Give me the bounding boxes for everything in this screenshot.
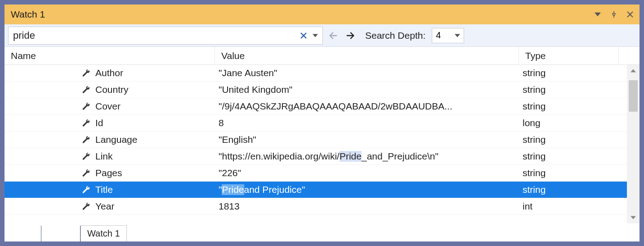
table-row[interactable]: Author"Jane Austen"string bbox=[4, 65, 640, 82]
wrench-icon bbox=[81, 135, 91, 145]
table-row[interactable]: Cover"/9j/4AAQSkZJRgABAQAAAQABAAD/2wBDAA… bbox=[4, 98, 640, 115]
tab-locals[interactable]: Locals bbox=[41, 226, 80, 241]
row-type: string bbox=[519, 168, 619, 178]
window-title: Watch 1 bbox=[11, 9, 593, 20]
table-row[interactable]: Pages"226"string bbox=[4, 165, 640, 182]
search-highlight: Pride bbox=[222, 184, 244, 195]
window-titlebar: Watch 1 bbox=[4, 5, 640, 24]
column-header-value[interactable]: Value bbox=[215, 47, 519, 64]
search-toolbar: Search Depth: 4 bbox=[4, 24, 640, 47]
table-row[interactable]: Id8long bbox=[4, 115, 640, 132]
wrench-icon bbox=[81, 168, 91, 178]
row-name: Year bbox=[95, 201, 114, 212]
row-name: Link bbox=[95, 151, 113, 162]
row-value: 8 bbox=[215, 118, 519, 128]
row-value: "Jane Austen" bbox=[215, 68, 519, 78]
row-value: "United Kingdom" bbox=[215, 84, 519, 95]
wrench-icon bbox=[81, 151, 91, 161]
search-depth-value: 4 bbox=[436, 30, 441, 41]
row-name: Id bbox=[95, 118, 103, 128]
scrollbar-track[interactable] bbox=[627, 77, 640, 212]
table-row[interactable]: Country"United Kingdom"string bbox=[4, 82, 640, 98]
bottom-tabs: AutosLocalsWatch 1 bbox=[4, 223, 640, 241]
row-type: long bbox=[519, 118, 619, 128]
row-type: string bbox=[519, 151, 619, 162]
row-type: string bbox=[519, 84, 619, 95]
table-row[interactable]: Link"https://en.wikipedia.org/wiki/Pride… bbox=[4, 148, 640, 165]
wrench-icon bbox=[81, 118, 91, 128]
row-type: string bbox=[519, 68, 619, 78]
search-next-button[interactable] bbox=[344, 29, 357, 42]
pin-icon[interactable] bbox=[609, 9, 619, 19]
wrench-icon bbox=[81, 101, 91, 111]
row-name: Title bbox=[95, 184, 113, 195]
row-type: string bbox=[519, 134, 619, 145]
grid-body: Author"Jane Austen"stringCountry"United … bbox=[4, 65, 640, 223]
search-depth-label: Search Depth: bbox=[365, 30, 425, 41]
search-options-dropdown[interactable] bbox=[311, 31, 320, 40]
row-name: Cover bbox=[95, 101, 121, 112]
row-value: 1813 bbox=[215, 201, 519, 212]
vertical-scrollbar[interactable] bbox=[627, 65, 640, 223]
search-prev-button[interactable] bbox=[326, 29, 340, 42]
row-type: string bbox=[519, 101, 619, 112]
scroll-down-icon[interactable] bbox=[627, 212, 640, 223]
scrollbar-thumb[interactable] bbox=[629, 80, 638, 112]
row-name: Author bbox=[95, 68, 123, 78]
search-input[interactable] bbox=[13, 30, 298, 41]
row-value: "226" bbox=[215, 168, 519, 178]
table-row[interactable]: Language"English"string bbox=[4, 132, 640, 148]
row-value: "/9j/4AAQSkZJRgABAQAAAQABAAD/2wBDAAUDBA.… bbox=[215, 101, 519, 112]
row-type: string bbox=[519, 184, 619, 195]
row-value: "Pride and Prejudice" bbox=[215, 184, 519, 195]
search-depth-select[interactable]: 4 bbox=[432, 28, 464, 43]
search-box bbox=[8, 27, 323, 45]
column-header-type[interactable]: Type bbox=[519, 47, 619, 64]
search-highlight: Pride bbox=[340, 151, 362, 162]
wrench-icon bbox=[81, 201, 91, 211]
row-name: Language bbox=[95, 134, 137, 145]
window-menu-dropdown[interactable] bbox=[593, 9, 603, 19]
table-row[interactable]: Year1813int bbox=[4, 198, 640, 215]
row-value: "English" bbox=[215, 134, 519, 145]
row-name: Pages bbox=[95, 168, 122, 178]
scroll-up-icon[interactable] bbox=[627, 65, 640, 77]
row-type: int bbox=[519, 201, 619, 212]
row-value: "https://en.wikipedia.org/wiki/Pride_and… bbox=[215, 151, 519, 162]
clear-search-button[interactable] bbox=[298, 30, 309, 41]
column-header-name[interactable]: Name bbox=[4, 47, 215, 64]
wrench-icon bbox=[81, 68, 91, 78]
table-row[interactable]: Title"Pride and Prejudice"string bbox=[4, 182, 640, 198]
close-icon[interactable] bbox=[625, 9, 635, 19]
grid-header: Name Value Type bbox=[4, 47, 640, 65]
wrench-icon bbox=[81, 85, 91, 95]
tab-autos[interactable]: Autos bbox=[5, 226, 41, 241]
tab-watch-1[interactable]: Watch 1 bbox=[80, 225, 127, 241]
wrench-icon bbox=[81, 185, 91, 195]
row-name: Country bbox=[95, 84, 129, 95]
